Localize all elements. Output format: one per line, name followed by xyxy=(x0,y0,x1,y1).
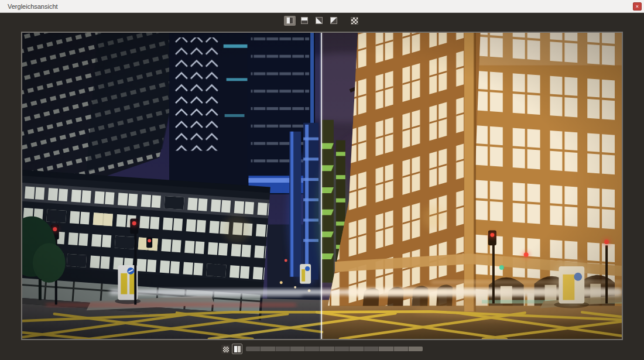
checkerboard-icon xyxy=(351,17,358,25)
split-diagonal-2-button[interactable] xyxy=(328,16,340,26)
split-diagonal-1-icon xyxy=(316,17,323,24)
slider-segment[interactable] xyxy=(305,347,320,351)
slider-segment[interactable] xyxy=(290,347,305,351)
slider-segment[interactable] xyxy=(379,347,393,351)
slider-segment[interactable] xyxy=(364,347,379,351)
split-horizontal-button[interactable] xyxy=(299,16,310,26)
comparison-toolbar xyxy=(0,15,644,26)
slider-segment[interactable] xyxy=(350,347,364,351)
slider-segment[interactable] xyxy=(261,347,275,351)
comparison-slider[interactable] xyxy=(246,347,423,351)
slider-segment[interactable] xyxy=(335,347,350,351)
close-icon: × xyxy=(636,4,639,9)
slider-segment[interactable] xyxy=(409,347,423,351)
window-title: Vergleichsansicht xyxy=(8,3,58,10)
split-vertical-button[interactable] xyxy=(284,16,296,26)
title-bar: Vergleichsansicht xyxy=(0,0,644,13)
checkerboard-compare-button[interactable] xyxy=(349,16,361,26)
split-view-icon xyxy=(234,346,241,352)
comparison-divider[interactable] xyxy=(321,33,322,339)
slider-segment[interactable] xyxy=(394,347,409,351)
split-vertical-icon xyxy=(286,17,293,24)
close-button[interactable]: × xyxy=(633,2,642,11)
split-horizontal-icon xyxy=(301,17,308,24)
slider-segment[interactable] xyxy=(320,347,334,351)
split-diagonal-1-button[interactable] xyxy=(313,16,325,26)
split-view-button[interactable] xyxy=(232,344,242,354)
checkerboard-small-icon xyxy=(223,347,229,352)
split-diagonal-2-icon xyxy=(330,17,337,24)
slider-segment[interactable] xyxy=(276,347,290,351)
slider-segment[interactable] xyxy=(246,347,261,351)
comparison-photo xyxy=(22,33,622,339)
comparison-image[interactable] xyxy=(21,32,623,340)
checkerboard-small-button[interactable] xyxy=(221,345,230,354)
